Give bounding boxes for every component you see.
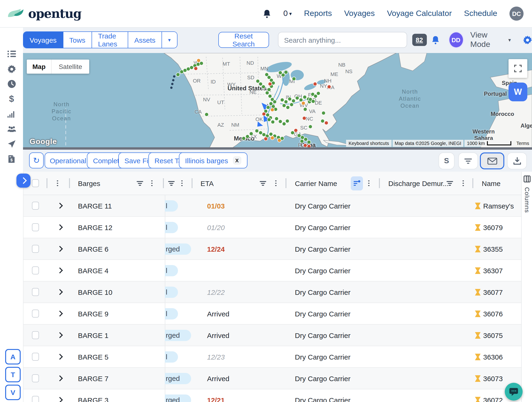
filter-lines-icon[interactable] [137, 180, 143, 186]
search-input[interactable] [278, 32, 407, 48]
dollar-icon[interactable]: $ [7, 95, 16, 103]
refresh-button[interactable]: ↻ [29, 152, 44, 168]
map-scale: 1000 km [465, 140, 514, 147]
brand-logo[interactable]: opentug [7, 6, 81, 21]
download-icon-button[interactable] [507, 152, 527, 169]
row-checkbox[interactable] [32, 202, 39, 210]
kebab-menu-icon[interactable] [462, 180, 464, 186]
filter-lines-icon[interactable] [447, 180, 453, 186]
nav-link-schedule[interactable]: Schedule [464, 9, 497, 18]
sidebar-v-button[interactable]: V [5, 385, 21, 400]
row-expand-chevron[interactable] [56, 374, 63, 382]
row-checkbox[interactable] [32, 353, 39, 361]
carrier-name: Dry Cargo Carrier [295, 331, 350, 339]
active-filter-icon[interactable] [351, 176, 363, 190]
map-type-satellite-button[interactable]: Satellite [51, 60, 89, 74]
row-checkbox[interactable] [32, 331, 39, 339]
table-row: BARGE 10l12/22Dry Cargo Carrier36077 [24, 281, 532, 303]
map-marker [268, 82, 272, 86]
row-checkbox[interactable] [32, 374, 39, 382]
row-expand-chevron[interactable] [56, 202, 63, 209]
view-mode-dropdown[interactable]: View Mode ▾ [470, 31, 511, 49]
map-marker [286, 105, 290, 110]
select-all-checkbox[interactable] [32, 179, 39, 187]
clock-icon[interactable] [7, 80, 16, 88]
keyboard-shortcuts-link[interactable]: Keyboard shortcuts [346, 140, 391, 147]
gear-badge-icon[interactable] [7, 65, 16, 73]
row-checkbox[interactable] [32, 288, 39, 296]
kebab-menu-icon[interactable] [57, 180, 58, 186]
illinois-barges-chip[interactable]: Illinois barges X [179, 152, 247, 168]
eta-value: Arrived [207, 309, 229, 318]
scale-label: 1000 km [467, 141, 485, 146]
table-header: Barges ETA Carrier Name Discharge Demur.… [24, 172, 532, 195]
fullscreen-icon[interactable] [508, 59, 527, 78]
kebab-menu-icon[interactable] [368, 180, 369, 186]
reset-search-button[interactable]: Reset Search [218, 32, 269, 48]
tab-assets[interactable]: Assets [128, 32, 162, 48]
result-count-badge: 82 [412, 34, 427, 46]
sidebar-a-button[interactable]: A [5, 349, 21, 365]
row-expand-chevron[interactable] [56, 245, 63, 252]
entity-tabs: Voyages Tows Trade Lanes Assets ▾ [23, 31, 177, 48]
app: opentug 0 ▾ Reports Voyages Voyage Calcu… [0, 0, 532, 402]
map-panel[interactable]: United StatesMexicoCubaNorth Pacific Oce… [23, 53, 532, 150]
map-marker [292, 77, 296, 81]
map-data-attribution: Map data ©2025 Google, INEGI [392, 140, 464, 147]
notifications-bell-icon[interactable] [263, 9, 271, 18]
invoice-icon[interactable]: $ [7, 155, 16, 163]
list-icon[interactable] [7, 50, 16, 58]
sidebar-t-button[interactable]: T [5, 367, 21, 382]
envelope-icon-button[interactable] [480, 152, 504, 169]
header-divider [163, 178, 164, 188]
row-expand-chevron[interactable] [56, 309, 63, 317]
row-checkbox[interactable] [32, 396, 39, 402]
row-expand-chevron[interactable] [56, 266, 63, 274]
map-type-map-button[interactable]: Map [27, 60, 51, 74]
map-marker [308, 124, 312, 129]
chip-close-icon[interactable]: X [233, 156, 241, 165]
kebab-menu-icon[interactable] [151, 180, 152, 186]
notification-count-dropdown[interactable]: 0 ▾ [283, 9, 292, 18]
settings-gear-icon[interactable] [523, 35, 532, 44]
row-checkbox[interactable] [32, 309, 39, 318]
filter-lines-icon-button[interactable] [458, 152, 478, 169]
header-divider [46, 178, 47, 188]
tabs-dropdown-caret[interactable]: ▾ [162, 32, 177, 48]
row-expand-chevron[interactable] [56, 331, 63, 339]
send-icon[interactable] [7, 140, 16, 148]
people-icon[interactable] [7, 125, 16, 133]
tab-tows[interactable]: Tows [63, 32, 92, 48]
kebab-menu-icon[interactable] [275, 180, 276, 186]
filter-lines-icon[interactable] [260, 180, 266, 186]
nav-link-reports[interactable]: Reports [304, 9, 332, 18]
terms-link[interactable]: Terms [515, 140, 531, 147]
row-expand-chevron[interactable] [56, 223, 63, 231]
table-rows: BARGE 11l01/03Dry Cargo CarrierRamsey'sB… [24, 195, 532, 402]
nav-link-voyage-calculator[interactable]: Voyage Calculator [387, 9, 452, 18]
columns-panel-strip[interactable]: Columns [521, 172, 532, 402]
map-scrollbar[interactable] [23, 147, 532, 150]
w-map-button[interactable]: W [508, 83, 527, 101]
bar-chart-icon[interactable] [7, 110, 16, 118]
row-expand-chevron[interactable] [56, 396, 63, 402]
chat-bubble-button[interactable] [505, 383, 523, 401]
kebab-menu-icon[interactable] [181, 180, 182, 186]
alerts-bell-icon[interactable] [431, 35, 439, 44]
filter-lines-icon[interactable] [168, 180, 175, 186]
row-expand-chevron[interactable] [56, 288, 63, 296]
row-checkbox[interactable] [32, 223, 39, 231]
row-checkbox[interactable] [32, 266, 39, 274]
eta-value: Arrived [207, 331, 229, 339]
expand-panel-chevron-button[interactable] [16, 173, 31, 188]
filter-owner-avatar[interactable]: DD [449, 32, 463, 47]
row-expand-chevron[interactable] [56, 353, 63, 360]
row-checkbox[interactable] [32, 245, 39, 253]
carrier-name: Dry Cargo Carrier [295, 396, 350, 402]
nav-link-voyages[interactable]: Voyages [344, 9, 375, 18]
s-icon-button[interactable]: S [438, 152, 455, 169]
user-avatar[interactable]: DC [509, 6, 524, 21]
map-marker [311, 99, 315, 103]
tab-voyages[interactable]: Voyages [24, 32, 63, 48]
tab-trade-lanes[interactable]: Trade Lanes [92, 32, 128, 48]
